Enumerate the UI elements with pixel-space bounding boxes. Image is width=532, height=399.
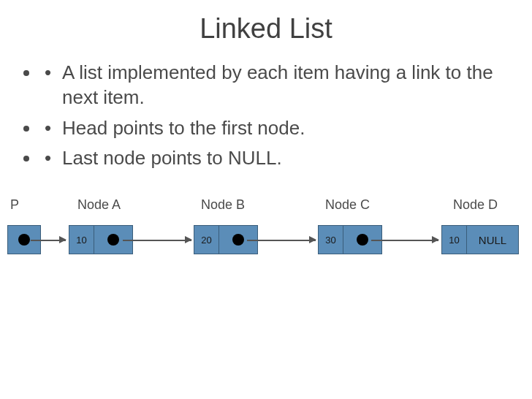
bullet-list: A list implemented by each item having a… (0, 53, 532, 171)
label-node-c: Node C (325, 197, 370, 213)
label-p: P (10, 197, 19, 213)
slide-title: Linked List (0, 0, 532, 53)
pointer-dot-icon (18, 234, 30, 246)
node-d-box: 10 NULL (441, 225, 519, 254)
label-node-d: Node D (453, 197, 498, 213)
label-node-a: Node A (77, 197, 121, 213)
node-value: 30 (319, 226, 343, 254)
pointer-dot-icon (232, 234, 244, 246)
linked-list-diagram: P Node A Node B Node C Node D 10 20 30 1… (0, 197, 532, 269)
arrow-icon (247, 240, 316, 241)
pointer-dot-icon (107, 234, 119, 246)
bullet-item: Head points to the first node. (40, 116, 503, 141)
node-boxes-row: 10 20 30 10 NULL (0, 225, 532, 269)
label-node-b: Node B (201, 197, 245, 213)
node-value: 10 (69, 226, 94, 254)
arrow-icon (31, 240, 66, 241)
bullet-item: A list implemented by each item having a… (40, 61, 503, 110)
pointer-dot-icon (357, 234, 368, 246)
node-labels-row: P Node A Node B Node C Node D (0, 197, 532, 219)
arrow-icon (371, 240, 438, 241)
node-null-terminal: NULL (467, 234, 518, 246)
node-value: 20 (194, 226, 219, 254)
bullet-item: Last node points to NULL. (40, 146, 503, 171)
arrow-icon (123, 240, 191, 241)
node-value: 10 (442, 226, 467, 254)
